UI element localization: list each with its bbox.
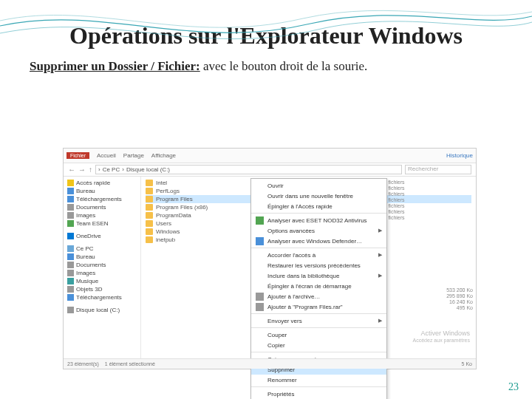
sidebar-item[interactable]: Disque local (C:) (64, 306, 140, 314)
submenu-arrow-icon: ▶ (378, 228, 382, 233)
sidebar-item-label: Team ESEN (76, 220, 109, 227)
sidebar-item-label: Documents (76, 204, 106, 211)
status-count: 23 élément(s) (67, 361, 99, 366)
menu-icon (256, 227, 264, 235)
folder-icon (146, 212, 153, 219)
context-menu-item[interactable]: Accorder l'accès à▶ (251, 250, 386, 260)
menu-icon (256, 293, 264, 301)
file-name: Program Files (156, 196, 193, 202)
context-menu-item[interactable]: Ajouter à "Program Files.rar" (251, 301, 386, 312)
sidebar-icon (67, 196, 74, 202)
sidebar-item[interactable]: Ce PC (64, 245, 140, 253)
submenu-arrow-icon: ▶ (378, 252, 382, 258)
subtitle-rest: avec le bouton droit de la sourie. (200, 59, 368, 73)
nav-fwd-icon[interactable]: → (78, 166, 86, 174)
sidebar-item[interactable]: Images (64, 211, 140, 219)
nav-up-icon[interactable]: ↑ (89, 166, 92, 174)
sidebar-item-label: Images (76, 270, 95, 276)
status-size: 5 Ko (462, 361, 472, 366)
context-menu-item[interactable]: Options avancées▶ (251, 225, 386, 236)
nav-back-icon[interactable]: ← (68, 166, 75, 174)
context-menu-item[interactable]: Renommer (251, 375, 386, 385)
folder-icon (146, 204, 153, 211)
nav-bar: ← → ↑ ›Ce PC ›Disque local (C:) Recherch… (64, 163, 476, 177)
menu-label: Restaurer les versions précédentes (267, 262, 361, 269)
menu-label: Renommer (267, 377, 297, 383)
menu-label: Accorder l'accès à (267, 252, 316, 259)
context-menu-item[interactable]: Épingler à l'Accès rapide (251, 201, 386, 211)
ribbon-view-tab[interactable]: Affichage (151, 152, 176, 159)
sidebar-item[interactable]: Téléchargements (64, 195, 140, 203)
submenu-arrow-icon: ▶ (378, 318, 382, 324)
page-number: 23 (508, 381, 519, 393)
sidebar-item[interactable]: Images (64, 269, 140, 277)
context-menu-item[interactable]: Analyser avec ESET NOD32 Antivirus (251, 215, 386, 225)
menu-icon (256, 341, 264, 349)
folder-icon (146, 220, 153, 227)
menu-icon (256, 390, 264, 398)
sidebar-icon (67, 220, 74, 227)
file-name: Intel (156, 180, 167, 186)
sidebar-item[interactable]: OneDrive (64, 232, 140, 240)
context-menu-item[interactable]: Ouvrir dans une nouvelle fenêtre (251, 191, 386, 201)
folder-icon (146, 236, 153, 243)
file-name: ProgramData (156, 212, 191, 219)
sidebar-item[interactable]: Musique (64, 277, 140, 285)
menu-label: Options avancées (267, 228, 315, 234)
menu-icon (256, 282, 264, 290)
sidebar-item[interactable]: Bureau (64, 253, 140, 261)
sidebar-item[interactable]: Documents (64, 261, 140, 269)
sidebar-icon (67, 262, 74, 268)
menu-label: Ouvrir (267, 183, 284, 189)
folder-icon (146, 188, 153, 194)
sidebar: Accès rapideBureauTéléchargementsDocumen… (64, 177, 141, 358)
context-menu-item[interactable]: Ouvrir (251, 180, 386, 191)
sidebar-icon (67, 180, 74, 186)
sidebar-item[interactable]: Objets 3D (64, 285, 140, 293)
file-name: PerfLogs (156, 188, 180, 194)
path-part: Ce PC (103, 166, 120, 173)
ribbon-share-tab[interactable]: Partage (123, 152, 144, 159)
sidebar-item[interactable]: Team ESEN (64, 219, 140, 228)
menu-icon (256, 251, 264, 259)
ribbon-history[interactable]: Historique (446, 152, 473, 159)
context-menu-item[interactable]: Copier (251, 340, 386, 350)
context-menu-item[interactable]: Propriétés (251, 389, 386, 399)
subtitle-lead: Supprimer un Dossier / Fichier: (30, 59, 200, 73)
file-name: Users (156, 220, 171, 227)
folder-icon (146, 228, 153, 235)
context-menu-item[interactable]: Ajouter à l'archive… (251, 291, 386, 301)
sidebar-item[interactable]: Documents (64, 203, 140, 211)
windows-watermark: Activer Windows Accédez aux paramètres (413, 330, 470, 344)
search-input[interactable]: Rechercher (405, 165, 471, 174)
sidebar-item[interactable]: Bureau (64, 187, 140, 195)
sidebar-icon (67, 204, 74, 211)
ribbon-file-tab[interactable]: Fichier (66, 152, 89, 159)
context-menu-item[interactable]: Envoyer vers▶ (251, 316, 386, 326)
menu-icon (256, 237, 264, 245)
context-menu-item[interactable]: Restaurer les versions précédentes (251, 260, 386, 270)
submenu-arrow-icon: ▶ (378, 273, 382, 279)
context-menu-item[interactable]: Couper (251, 330, 386, 340)
context-menu-item[interactable]: Analyser avec Windows Defender… (251, 236, 386, 246)
menu-icon (256, 303, 264, 311)
sidebar-icon (67, 188, 74, 194)
menu-label: Épingler à l'Accès rapide (267, 203, 332, 210)
sidebar-icon (67, 245, 74, 252)
address-bar[interactable]: ›Ce PC ›Disque local (C:) (95, 165, 402, 174)
sidebar-item-label: OneDrive (76, 233, 101, 239)
menu-label: Ouvrir dans une nouvelle fenêtre (267, 193, 353, 200)
menu-label: Analyser avec Windows Defender… (267, 238, 362, 245)
sidebar-item[interactable]: Téléchargements (64, 293, 140, 301)
context-menu-item[interactable]: Inclure dans la bibliothèque▶ (251, 270, 386, 281)
ribbon-home-tab[interactable]: Accueil (97, 152, 116, 159)
sidebar-item-label: Téléchargements (76, 294, 122, 301)
menu-icon (256, 202, 264, 211)
sidebar-item[interactable]: Accès rapide (64, 179, 140, 187)
context-menu-item[interactable]: Épingler à l'écran de démarrage (251, 281, 386, 291)
sidebar-icon (67, 233, 74, 239)
sidebar-item-label: Bureau (76, 253, 95, 260)
menu-icon (256, 272, 264, 280)
folder-icon (146, 180, 153, 186)
menu-label: Couper (267, 332, 287, 338)
